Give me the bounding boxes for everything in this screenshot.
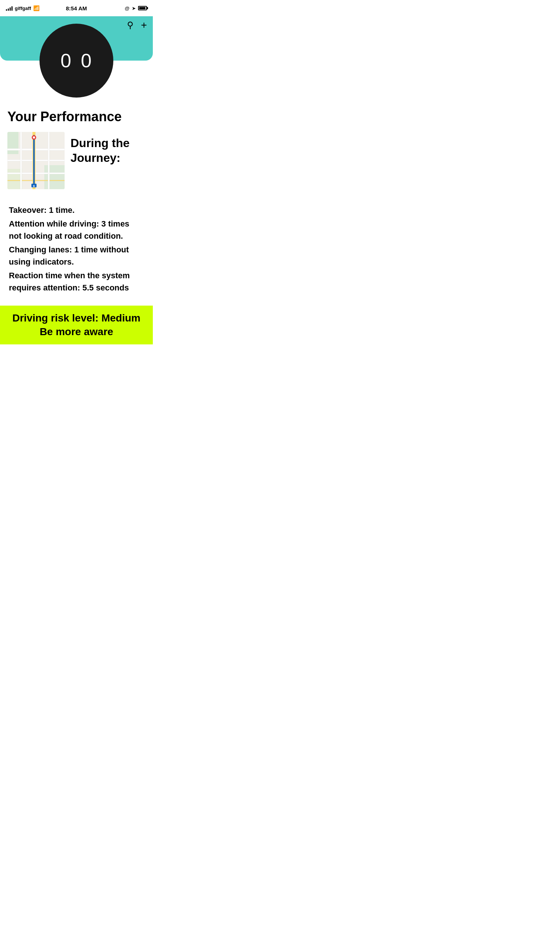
svg-rect-8 xyxy=(20,132,22,189)
score-digit-2: 0 xyxy=(81,49,92,72)
svg-text:B: B xyxy=(33,185,35,187)
location-arrow-icon: ➤ xyxy=(132,6,136,11)
main-content: Your Performance xyxy=(0,101,153,344)
stat-reaction-time: Reaction time when the system requires a… xyxy=(9,269,144,294)
score-digit-1: 0 xyxy=(60,49,72,72)
journey-label: During the Journey: xyxy=(71,132,145,165)
at-icon: @ xyxy=(125,6,129,11)
wifi-icon: 📶 xyxy=(33,5,40,11)
map-svg: B xyxy=(8,132,65,189)
svg-rect-4 xyxy=(8,148,65,150)
signal-bar-2 xyxy=(8,9,9,11)
svg-rect-3 xyxy=(8,169,22,189)
status-right: @ ➤ xyxy=(125,6,147,11)
header-area: ⚲ + 0 0 xyxy=(0,16,153,97)
battery-fill xyxy=(139,7,145,9)
stat-attention: Attention while driving: 3 times not loo… xyxy=(9,218,144,242)
svg-rect-6 xyxy=(8,173,65,174)
signal-bar-1 xyxy=(6,9,7,11)
search-icon[interactable]: ⚲ xyxy=(127,20,134,30)
circle-scores: 0 0 xyxy=(60,49,92,72)
signal-bars xyxy=(6,6,12,11)
status-left: giffgaff 📶 xyxy=(6,5,40,11)
risk-level-text: Driving risk level: Medium xyxy=(8,312,145,325)
stat-takeover: Takeover: 1 time. xyxy=(9,204,144,216)
score-circle: 0 0 xyxy=(40,24,113,97)
status-time: 8:54 AM xyxy=(66,5,87,11)
svg-rect-10 xyxy=(48,132,49,189)
svg-rect-2 xyxy=(44,165,65,189)
carrier-name: giffgaff xyxy=(15,6,31,11)
svg-rect-7 xyxy=(8,180,65,181)
performance-title: Your Performance xyxy=(8,109,145,125)
signal-bar-4 xyxy=(11,6,12,11)
status-bar: giffgaff 📶 8:54 AM @ ➤ xyxy=(0,0,153,16)
journey-section: B During the Journey: xyxy=(8,132,145,189)
signal-bar-3 xyxy=(9,8,11,11)
svg-rect-1 xyxy=(8,132,18,154)
stat-lane-change: Changing lanes: 1 time without using ind… xyxy=(9,244,144,268)
action-icons: ⚲ + xyxy=(127,19,147,31)
add-icon[interactable]: + xyxy=(141,19,147,31)
risk-advice-text: Be more aware xyxy=(8,325,145,338)
battery-icon xyxy=(138,6,147,10)
svg-rect-5 xyxy=(8,160,65,161)
stats-section: Takeover: 1 time. Attention while drivin… xyxy=(8,204,145,294)
svg-point-13 xyxy=(33,136,35,139)
map-thumbnail: B xyxy=(8,132,65,189)
risk-banner: Driving risk level: Medium Be more aware xyxy=(0,306,153,344)
